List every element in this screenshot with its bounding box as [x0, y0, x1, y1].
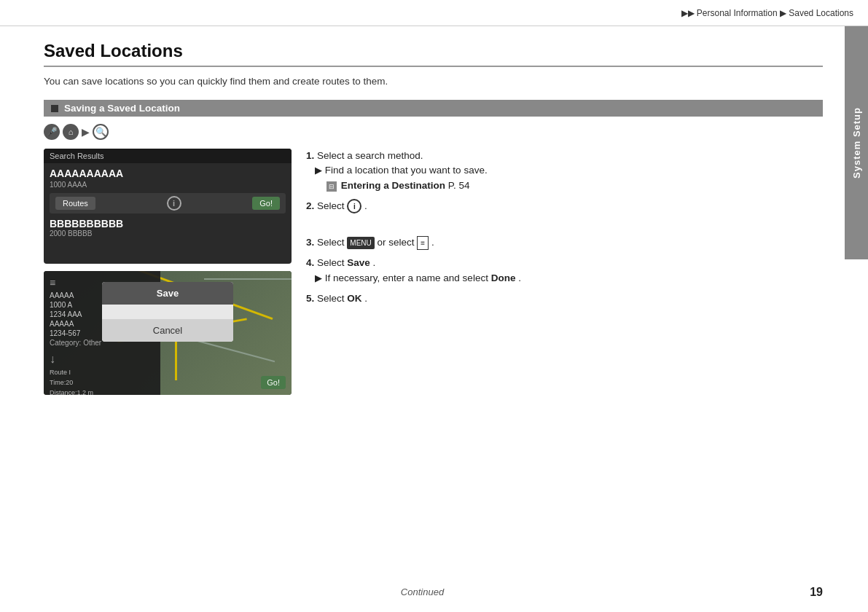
search-icon: 🔍 [93, 124, 109, 140]
step1-num: 1. [306, 150, 314, 161]
step4-sub-end: . [518, 272, 521, 283]
screenshot-1: Search Results AAAAAAAAAA 1000 AAAA Rout… [44, 149, 292, 264]
main-content: Saved Locations You can save locations s… [0, 26, 845, 612]
step1-sub1: Find a location that you want to save. [325, 165, 488, 176]
page-title: Saved Locations [44, 41, 823, 67]
step3-menu-btn: MENU [347, 237, 374, 249]
screen1-buttons: Routes i Go! [50, 193, 286, 213]
step-2: 2. Select i . [306, 199, 823, 213]
step5-pre: Select [317, 293, 347, 304]
step-1: 1. Select a search method. ▶ Find a loca… [306, 149, 823, 193]
footer-pagenum: 19 [810, 586, 823, 599]
screen1-result1-sub: 1000 AAAA [50, 181, 286, 189]
breadcrumb-part2: Saved Locations [789, 8, 853, 18]
screen1-topbar: Search Results [44, 149, 292, 163]
screen1-info-icon[interactable]: i [167, 196, 181, 211]
screen2-dialog: Save Cancel [102, 282, 233, 342]
sidebar-tab: System Setup [845, 26, 868, 259]
footer: Continued 19 [0, 586, 845, 597]
step4-end: . [373, 257, 376, 268]
intro-text: You can save locations so you can quickl… [44, 76, 823, 87]
step2-num: 2. [306, 200, 314, 211]
arrow-icon: ▶ [82, 126, 90, 138]
sidebar-tab-label: System Setup [851, 107, 862, 178]
step4-sub: If necessary, enter a name and select [325, 272, 491, 283]
screenshots-col: Search Results AAAAAAAAAA 1000 AAAA Rout… [44, 149, 292, 395]
content-columns: Search Results AAAAAAAAAA 1000 AAAA Rout… [44, 149, 823, 395]
step4-num: 4. [306, 257, 314, 268]
step3-end: . [431, 237, 434, 248]
breadcrumb-arrow2: ▶ [780, 8, 786, 18]
screen1-result2: BBBBBBBBBB [50, 218, 286, 230]
screen2-cancel-btn[interactable]: Cancel [102, 319, 233, 342]
screen1-result2-sub: 2000 BBBBB [50, 230, 286, 238]
step4-arrow: ▶ [315, 271, 322, 286]
breadcrumb-bar: ▶▶ Personal Information ▶ Saved Location… [0, 0, 868, 26]
section-heading: Saving a Saved Location [44, 100, 823, 117]
instructions-col: 1. Select a search method. ▶ Find a loca… [306, 149, 823, 312]
step3-or: or select [378, 237, 418, 248]
step3-pre: Select [317, 237, 345, 248]
screen1-main: AAAAAAAAAA 1000 AAAA Routes i Go! BBBBBB… [44, 163, 292, 264]
icon-row: 🎤 ⌂ ▶ 🔍 [44, 124, 823, 140]
screen1-routes-btn[interactable]: Routes [55, 197, 95, 210]
step-5: 5. Select OK . [306, 291, 823, 306]
road4 [204, 278, 292, 280]
step4-bold: Save [347, 257, 370, 268]
step3-list-btn: ≡ [417, 236, 429, 250]
step4-pre: Select [317, 257, 347, 268]
step5-end: . [364, 293, 367, 304]
step4-done: Done [491, 272, 516, 283]
step5-num: 5. [306, 293, 314, 304]
step1-arrow: ▶ [315, 163, 322, 178]
step1-ref-line: ⊟ Entering a Destination P. 54 [327, 180, 470, 191]
screen2-down-arrow: ↓ [50, 353, 155, 366]
screen1-go-btn[interactable]: Go! [252, 197, 280, 210]
footer-continued: Continued [0, 586, 845, 597]
screen2-go-btn[interactable]: Go! [261, 376, 286, 389]
breadcrumb-arrows: ▶▶ [681, 8, 695, 18]
step1-text: Select a search method. [317, 150, 423, 161]
mic-icon: 🎤 [44, 124, 60, 140]
screen2-time: Time:20 [50, 379, 155, 386]
step-3: 3. Select MENU or select ≡ . [306, 235, 823, 250]
screen2-route: Route I [50, 369, 155, 376]
step1-link: Entering a Destination [341, 180, 445, 191]
step2-info-icon: i [347, 199, 361, 213]
section-heading-label: Saving a Saved Location [64, 103, 180, 114]
step-4: 4. Select Save . ▶ If necessary, enter a… [306, 256, 823, 286]
screen2-save-btn[interactable]: Save [102, 282, 233, 305]
step1-page: P. 54 [448, 180, 470, 191]
breadcrumb-text: ▶▶ Personal Information ▶ Saved Location… [681, 8, 854, 18]
screen1-result1: AAAAAAAAAA [50, 168, 286, 179]
step2-text: Select [317, 200, 345, 211]
step1-ref-icon: ⊟ [327, 181, 337, 192]
screenshot-2: ≡ AAAAA 1000 A 1234 AAA AAAAA 1234-567 C… [44, 271, 292, 395]
step5-bold: OK [347, 293, 361, 304]
step3-num: 3. [306, 237, 314, 248]
breadcrumb-part1: Personal Information [697, 8, 778, 18]
section-heading-square [51, 105, 58, 112]
home-icon: ⌂ [63, 124, 79, 140]
screen2-distance: Distance:1.2 m [50, 389, 155, 395]
step2-end: . [364, 200, 367, 211]
